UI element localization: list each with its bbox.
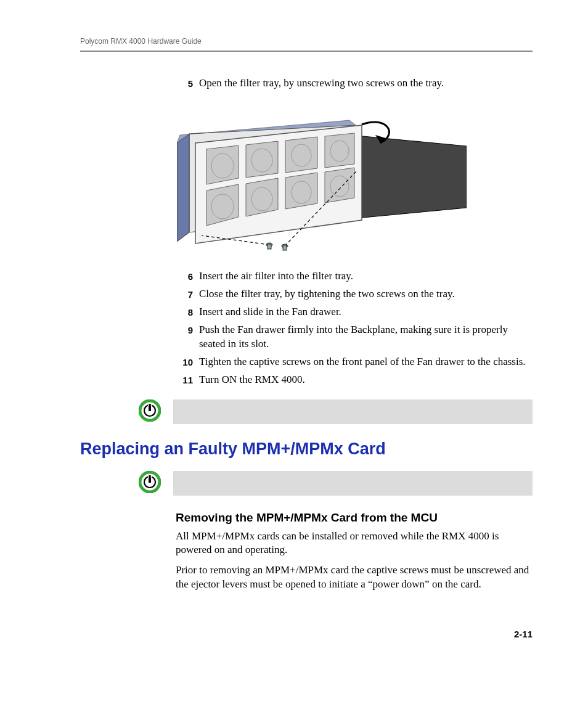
note-bar — [173, 471, 533, 496]
step-10: 10 Tighten the captive screws on the fro… — [176, 355, 533, 369]
header-rule — [80, 51, 533, 52]
svg-marker-7 — [285, 137, 317, 173]
step-text: Tighten the captive screws on the front … — [199, 355, 533, 369]
filter-tray-figure — [111, 109, 533, 251]
step-7: 7 Close the filter tray, by tightening t… — [176, 287, 533, 301]
step-text: Insert the air filter into the filter tr… — [199, 269, 533, 284]
svg-rect-27 — [267, 244, 271, 249]
note-callout — [139, 399, 533, 424]
step-5: 5 Open the filter tray, by unscrewing tw… — [176, 76, 533, 91]
page-number: 2-11 — [80, 629, 533, 639]
step-text: Turn ON the RMX 4000. — [199, 373, 533, 387]
power-icon — [139, 399, 161, 424]
step-number: 10 — [176, 355, 193, 369]
step-text: Push the Fan drawer firmly into the Back… — [199, 323, 533, 351]
step-number: 9 — [176, 323, 193, 351]
step-8: 8 Insert and slide in the Fan drawer. — [176, 305, 533, 319]
step-6: 6 Insert the air filter into the filter … — [176, 269, 533, 284]
svg-marker-12 — [325, 168, 354, 203]
svg-rect-37 — [149, 475, 150, 482]
step-11: 11 Turn ON the RMX 4000. — [176, 373, 533, 387]
step-number: 11 — [176, 373, 193, 387]
note-bar — [173, 399, 533, 424]
svg-rect-32 — [149, 404, 150, 411]
step-text: Insert and slide in the Fan drawer. — [199, 305, 533, 319]
step-9: 9 Push the Fan drawer firmly into the Ba… — [176, 323, 533, 351]
body-paragraph: All MPM+/MPMx cards can be installed or … — [176, 530, 533, 558]
power-icon — [139, 471, 161, 496]
step-text: Close the filter tray, by tightening the… — [199, 287, 533, 301]
step-number: 5 — [176, 76, 193, 91]
svg-marker-2 — [177, 134, 189, 242]
section-heading: Replacing an Faulty MPM+/MPMx Card — [80, 440, 533, 459]
note-callout — [139, 471, 533, 496]
subsection-heading: Removing the MPM+/MPMx Card from the MCU — [176, 511, 533, 525]
step-number: 8 — [176, 305, 193, 319]
running-header: Polycom RMX 4000 Hardware Guide — [80, 37, 533, 46]
step-text: Open the filter tray, by unscrewing two … — [199, 76, 533, 91]
svg-rect-25 — [283, 245, 287, 250]
body-paragraph: Prior to removing an MPM+/MPMx card the … — [176, 563, 533, 592]
svg-marker-8 — [325, 133, 354, 168]
step-number: 7 — [176, 287, 193, 301]
step-number: 6 — [176, 269, 193, 284]
